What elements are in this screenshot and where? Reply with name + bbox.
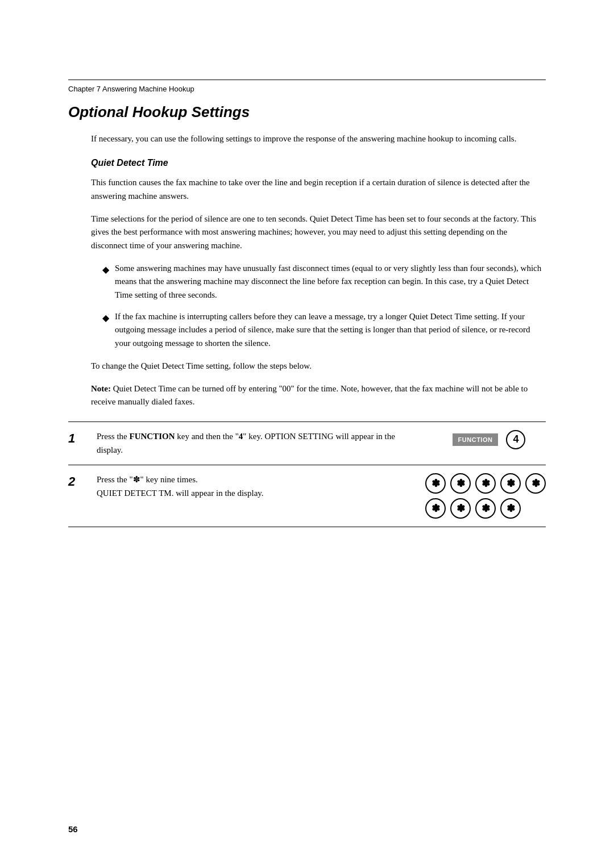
bullet-item-2: ◆ If the fax machine is interrupting cal… [102, 310, 546, 350]
follow-steps-text: To change the Quiet Detect Time setting,… [91, 360, 546, 373]
step-1-number: 1 [68, 431, 85, 446]
page-title: Optional Hookup Settings [68, 103, 546, 121]
step-2-graphic: ✽ ✽ ✽ ✽ ✽ ✽ ✽ ✽ ✽ [425, 473, 546, 519]
intro-text: If necessary, you can use the following … [91, 132, 546, 145]
star-key-5: ✽ [525, 473, 546, 494]
page: Chapter 7 Answering Machine Hookup Optio… [0, 0, 614, 868]
step-1-4-bold: 4 [239, 432, 243, 441]
bullet-item-1: ◆ Some answering machines may have unusu… [102, 262, 546, 302]
note-content: Quiet Detect Time can be turned off by e… [91, 384, 528, 407]
bullet-diamond-2: ◆ [102, 311, 109, 325]
chapter-header: Chapter 7 Answering Machine Hookup [68, 85, 546, 93]
step-1-graphic: FUNCTION 4 [432, 430, 546, 449]
star-key-8: ✽ [475, 498, 496, 519]
star-row-2: ✽ ✽ ✽ ✽ [425, 498, 521, 519]
section-heading: Quiet Detect Time [91, 158, 546, 168]
note-text: Note: Quiet Detect Time can be turned of… [91, 382, 546, 409]
star-key-7: ✽ [450, 498, 471, 519]
bullet-list: ◆ Some answering machines may have unusu… [102, 262, 546, 350]
header-rule [68, 80, 546, 80]
function-key-label: FUNCTION [453, 433, 499, 446]
bullet-diamond-1: ◆ [102, 262, 109, 277]
star-key-4: ✽ [500, 473, 521, 494]
star-key-6: ✽ [425, 498, 446, 519]
star-key-1: ✽ [425, 473, 446, 494]
step-2-content: Press the "✽" key nine times. QUIET DETE… [97, 473, 414, 500]
star-keys-graphic: ✽ ✽ ✽ ✽ ✽ ✽ ✽ ✽ ✽ [425, 473, 546, 519]
star-key-9: ✽ [500, 498, 521, 519]
step-2: 2 Press the "✽" key nine times. QUIET DE… [68, 465, 546, 527]
function-graphic: FUNCTION 4 [453, 430, 526, 449]
step-2-number: 2 [68, 474, 85, 489]
step-1-content: Press the FUNCTION key and then the "4" … [97, 430, 421, 457]
star-key-3: ✽ [475, 473, 496, 494]
step-1-function-bold: FUNCTION [130, 432, 175, 441]
bullet-content-1: Some answering machines may have unusual… [115, 262, 546, 302]
body-paragraph-1: This function causes the fax machine to … [91, 176, 546, 203]
page-number: 56 [68, 824, 78, 834]
body-paragraph-2: Time selections for the period of silenc… [91, 212, 546, 253]
step-1: 1 Press the FUNCTION key and then the "4… [68, 422, 546, 465]
star-row-1: ✽ ✽ ✽ ✽ ✽ [425, 473, 546, 494]
note-label: Note: [91, 384, 111, 393]
bullet-content-2: If the fax machine is interrupting calle… [115, 310, 546, 350]
star-key-2: ✽ [450, 473, 471, 494]
number-4-circle: 4 [506, 430, 525, 449]
